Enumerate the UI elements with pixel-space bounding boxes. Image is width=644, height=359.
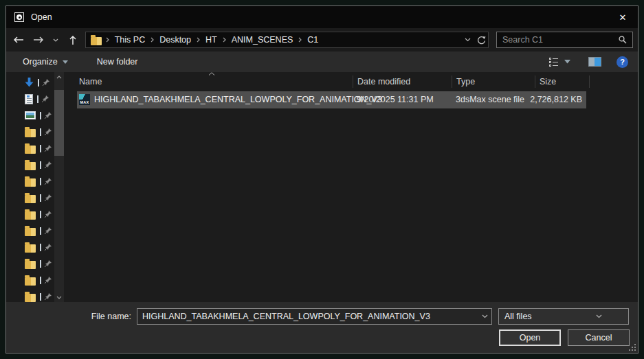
- command-toolbar: Organize New folder ?: [6, 51, 638, 72]
- navigation-sidebar: [6, 72, 65, 302]
- column-header-type[interactable]: Type: [456, 77, 475, 86]
- new-folder-button[interactable]: New folder: [90, 54, 145, 70]
- scroll-up-icon[interactable]: [56, 72, 62, 82]
- help-icon[interactable]: ?: [617, 56, 628, 68]
- file-type-dropdown-chevron[interactable]: [564, 314, 628, 319]
- chevron-right-icon[interactable]: [194, 37, 203, 43]
- change-view-icon[interactable]: [549, 58, 560, 67]
- folder-icon: [25, 244, 36, 253]
- folder-icon: [25, 261, 36, 269]
- breadcrumb-this-pc[interactable]: This PC: [112, 35, 148, 45]
- download-icon: [25, 78, 34, 88]
- truncated-label: [40, 161, 41, 169]
- column-header-date-modified[interactable]: Date modified: [357, 77, 410, 86]
- dialog-footer: File name: All files Open Cancel: [6, 302, 638, 353]
- file-name-dropdown-chevron[interactable]: [478, 314, 491, 319]
- column-header-size[interactable]: Size: [540, 77, 556, 86]
- truncated-label: [40, 145, 41, 152]
- up-button[interactable]: [65, 32, 81, 48]
- scrollbar-thumb[interactable]: [54, 90, 64, 156]
- pin-icon: [44, 210, 52, 218]
- pin-icon: [44, 144, 52, 152]
- truncated-label: [40, 277, 41, 284]
- close-button[interactable]: ✕: [608, 6, 638, 28]
- address-folder-icon[interactable]: [89, 32, 103, 47]
- open-button[interactable]: Open: [499, 329, 561, 346]
- pin-icon: [44, 243, 52, 251]
- column-separator[interactable]: [452, 76, 452, 88]
- 3dsmax-file-icon: MAX: [79, 94, 90, 105]
- column-separator[interactable]: [353, 76, 353, 88]
- open-dialog-window: Open ✕ This PC Desktop HT ANIM_SCENES: [5, 5, 639, 354]
- picture-icon: [25, 111, 36, 119]
- preview-pane-icon[interactable]: [588, 57, 601, 67]
- column-header-name[interactable]: Name: [79, 77, 102, 86]
- truncated-label: [40, 128, 41, 136]
- search-input[interactable]: [497, 35, 619, 45]
- truncated-label: [40, 244, 41, 251]
- pin-icon: [44, 227, 52, 235]
- address-dropdown-chevron[interactable]: [460, 32, 474, 47]
- truncated-label: [38, 79, 39, 86]
- pin-icon: [44, 161, 52, 169]
- title-bar: Open ✕: [6, 6, 638, 28]
- truncated-label: [40, 112, 41, 119]
- main-area: Name Date modified Type Size MAX HIGHLAN…: [6, 72, 638, 302]
- column-headers: Name Date modified Type Size: [65, 72, 638, 91]
- chevron-right-icon[interactable]: [148, 37, 157, 43]
- chevron-right-icon[interactable]: [220, 37, 229, 43]
- sidebar-scrollbar[interactable]: [54, 72, 64, 302]
- search-box[interactable]: [496, 32, 633, 48]
- navigation-bar: This PC Desktop HT ANIM_SCENES C1: [6, 28, 638, 51]
- organize-label: Organize: [23, 57, 58, 67]
- truncated-label: [40, 293, 41, 301]
- folder-icon: [25, 294, 36, 302]
- truncated-label: [40, 194, 41, 202]
- refresh-icon[interactable]: [474, 32, 488, 47]
- file-name-label: File name:: [6, 312, 131, 321]
- address-bar[interactable]: This PC Desktop HT ANIM_SCENES C1: [85, 32, 489, 48]
- folder-icon: [25, 129, 36, 137]
- folder-icon: [25, 195, 36, 203]
- pin-icon: [44, 177, 52, 185]
- resize-grip-icon[interactable]: [629, 344, 636, 351]
- scroll-down-icon[interactable]: [56, 292, 62, 302]
- organize-button[interactable]: Organize: [16, 54, 75, 70]
- file-type-select[interactable]: All files: [498, 308, 629, 325]
- column-separator[interactable]: [589, 76, 590, 88]
- folder-icon: [25, 211, 36, 220]
- column-separator[interactable]: [535, 76, 535, 88]
- breadcrumb-anim-scenes[interactable]: ANIM_SCENES: [229, 35, 296, 45]
- truncated-label: [40, 227, 41, 235]
- file-list: Name Date modified Type Size MAX HIGHLAN…: [65, 72, 638, 302]
- sort-ascending-icon: [208, 72, 215, 76]
- recent-locations-chevron[interactable]: [51, 32, 60, 48]
- folder-icon: [25, 277, 36, 286]
- file-date-modified: 9/20/2025 11:31 PM: [357, 95, 434, 104]
- folder-icon: [25, 162, 36, 170]
- chevron-right-icon[interactable]: [296, 37, 304, 43]
- file-name-input[interactable]: [137, 312, 478, 321]
- file-row[interactable]: MAX HIGHLAND_TABAKHMELA_CENTRAL_LOWPOLY_…: [65, 91, 638, 108]
- breadcrumb-ht[interactable]: HT: [203, 35, 220, 45]
- file-name: HIGHLAND_TABAKHMELA_CENTRAL_LOWPOLY_FOR_…: [94, 95, 382, 104]
- back-button[interactable]: [10, 32, 27, 48]
- forward-button[interactable]: [31, 32, 47, 48]
- pin-icon: [44, 194, 52, 202]
- folder-icon: [25, 146, 36, 154]
- chevron-right-icon[interactable]: [103, 37, 112, 43]
- search-icon[interactable]: [619, 36, 627, 44]
- truncated-label: [40, 260, 41, 268]
- truncated-label: [40, 211, 41, 218]
- folder-icon: [25, 178, 36, 187]
- cancel-button[interactable]: Cancel: [568, 329, 630, 346]
- breadcrumb-c1[interactable]: C1: [304, 35, 321, 45]
- file-name-combobox[interactable]: [137, 308, 492, 325]
- file-size: 2,726,812 KB: [530, 95, 582, 104]
- truncated-label: [40, 178, 41, 185]
- breadcrumb-desktop[interactable]: Desktop: [157, 35, 194, 45]
- view-dropdown-chevron[interactable]: [564, 60, 570, 64]
- file-type-value: All files: [499, 312, 564, 321]
- pin-icon: [42, 78, 50, 86]
- app-icon: [14, 12, 24, 22]
